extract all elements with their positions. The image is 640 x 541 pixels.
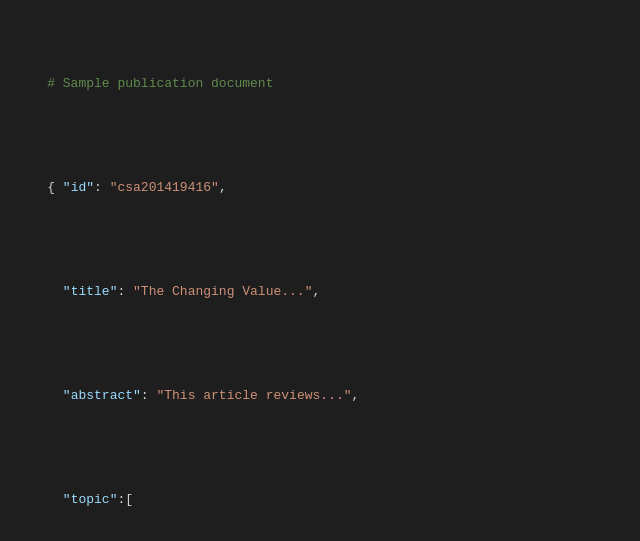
comment-pub-line: # Sample publication document (16, 54, 624, 116)
pub-abstract-value: "This article reviews..." (156, 388, 351, 403)
pub-id-colon: : (94, 180, 110, 195)
pub-topic-line: "topic":[ (16, 470, 624, 532)
pub-topic-key: "topic" (63, 492, 118, 507)
pub-abstract-key: "abstract" (63, 388, 141, 403)
pub-id-value: "csa201419416" (110, 180, 219, 195)
pub-topic-bracket: :[ (117, 492, 133, 507)
pub-abstract-colon: : (141, 388, 157, 403)
code-editor: # Sample publication document { "id": "c… (16, 12, 624, 541)
pub-open-line: { "id": "csa201419416", (16, 158, 624, 220)
pub-abstract-line: "abstract": "This article reviews...", (16, 366, 624, 428)
pub-open-brace: { (47, 180, 63, 195)
pub-title-value: "The Changing Value..." (133, 284, 312, 299)
comment-pub: # Sample publication document (47, 76, 273, 91)
pub-title-colon: : (117, 284, 133, 299)
pub-title-comma: , (312, 284, 320, 299)
pub-title-key: "title" (63, 284, 118, 299)
pub-abstract-comma: , (352, 388, 360, 403)
pub-title-line: "title": "The Changing Value...", (16, 262, 624, 324)
pub-title-indent (47, 284, 63, 299)
pub-topic-indent (47, 492, 63, 507)
pub-id-key: "id" (63, 180, 94, 195)
pub-id-comma: , (219, 180, 227, 195)
pub-abstract-indent (47, 388, 63, 403)
